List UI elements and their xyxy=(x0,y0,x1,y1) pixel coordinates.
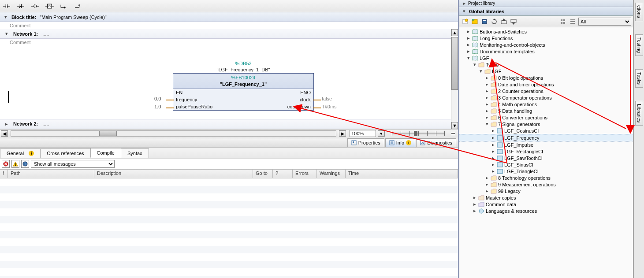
canvas-vertical-scrollbar[interactable]: ▲ ▼ xyxy=(451,29,458,129)
collapse-block-icon[interactable]: ▾ xyxy=(4,14,8,20)
box-icon[interactable]: ?? xyxy=(44,1,56,11)
tree-item[interactable]: ▸LGF_CosinusCI xyxy=(459,127,633,134)
tree-item[interactable]: ▸2 Counter operations xyxy=(459,88,633,94)
tree-item[interactable]: ▸Documentation templates xyxy=(459,48,633,55)
msg-warning-filter-icon[interactable] xyxy=(11,160,19,168)
val-clock[interactable]: false xyxy=(322,96,332,101)
tree-item[interactable]: ▸LGF_SawToothCI xyxy=(459,155,633,161)
col-goto[interactable]: Go to xyxy=(253,170,273,178)
col-status[interactable]: ! xyxy=(0,170,8,178)
tree-item[interactable]: ▸0 Bit logic operations xyxy=(459,74,633,81)
tree-item[interactable]: ▸3 Comperator operations xyxy=(459,94,633,101)
vtab-tasks[interactable]: Tasks xyxy=(635,69,643,88)
tree-item[interactable]: ▸9 Measurement operations xyxy=(459,181,633,188)
network1-comment[interactable]: Comment xyxy=(0,39,41,46)
contact-no-icon[interactable] xyxy=(2,1,14,11)
branch-close-icon[interactable] xyxy=(72,1,85,11)
tree-item[interactable]: ▸Date and timer operations xyxy=(459,81,633,88)
col-q[interactable]: ? xyxy=(273,170,293,178)
pin-frequency[interactable]: frequency xyxy=(176,97,197,102)
msg-info-filter-icon[interactable]: i xyxy=(21,160,29,168)
val-pulsepauseratio[interactable]: 1.0 xyxy=(154,104,161,109)
scroll-down-icon[interactable]: ▼ xyxy=(451,122,458,129)
col-path[interactable]: Path xyxy=(8,170,94,178)
tree-item[interactable]: ▸Master copies xyxy=(459,194,633,201)
col-warnings[interactable]: Warnings xyxy=(317,170,346,178)
function-block[interactable]: %FB10024 "LGF_Frequency_1" ENENO frequen… xyxy=(173,73,314,111)
msg-filter-select[interactable]: Show all messages xyxy=(31,160,115,168)
pin-countdown[interactable]: countdown xyxy=(287,104,311,109)
lib-view2-icon[interactable] xyxy=(569,18,577,26)
tree-item[interactable]: ▸Languages & resources xyxy=(459,208,633,214)
tab-diagnostics[interactable]: Diagnostics xyxy=(416,138,456,147)
zoom-knob[interactable] xyxy=(414,131,417,136)
tree-item-signal-gen[interactable]: ▾7 Signal generators xyxy=(459,121,633,127)
lib-new-icon[interactable] xyxy=(461,18,469,26)
tree-item-types[interactable]: ▾Types xyxy=(459,61,633,68)
message-list[interactable] xyxy=(0,178,458,278)
tree-item[interactable]: ▸LGF_Impulse xyxy=(459,141,633,148)
zoom-slider[interactable] xyxy=(392,133,445,134)
contact-nc-icon[interactable] xyxy=(16,1,28,11)
coil-icon[interactable] xyxy=(30,1,42,11)
tree-item[interactable]: ▸Long Functions xyxy=(459,35,633,41)
block-comment[interactable]: Comment xyxy=(0,22,458,29)
col-time[interactable]: Time xyxy=(346,170,458,178)
tab-info[interactable]: Info i xyxy=(385,138,415,147)
tree-item[interactable]: ▸LGF_TriangleCI xyxy=(459,168,633,174)
pin-eno[interactable]: ENO xyxy=(300,90,311,95)
ctab-syntax[interactable]: Syntax xyxy=(121,148,149,158)
canvas-menu-icon[interactable]: ☰ xyxy=(448,131,458,137)
tree-item[interactable]: ▸5 Data handling xyxy=(459,107,633,114)
msg-error-filter-icon[interactable] xyxy=(2,160,10,168)
vtab-libraries[interactable]: Libraries xyxy=(635,101,643,126)
ladder-canvas[interactable]: ▾ Network 1: ..... Comment %DB53 "LGF_Fr… xyxy=(0,29,451,129)
tree-item-lgf-inner[interactable]: ▾LGF xyxy=(459,68,633,74)
hscroll-left-icon[interactable]: ◀ xyxy=(1,130,8,137)
lib-up-icon[interactable] xyxy=(500,18,508,26)
ctab-compile[interactable]: Compile xyxy=(90,148,121,158)
tree-item[interactable]: ▸99 Legacy xyxy=(459,188,633,194)
tree-item[interactable]: ▸4 Math operations xyxy=(459,101,633,107)
tree-item-lgf[interactable]: ▾LGF xyxy=(459,55,633,61)
pin-pulsepauseratio[interactable]: pulsePauseRatio xyxy=(176,104,212,109)
ctab-cross[interactable]: Cross-references xyxy=(40,148,90,158)
hscroll-thumb[interactable] xyxy=(99,131,117,136)
tree-item[interactable]: ▸Buttons-and-Switches xyxy=(459,28,633,35)
lib-down-icon[interactable] xyxy=(510,18,517,26)
tree-item[interactable]: ▸6 Converter operations xyxy=(459,114,633,121)
diagnostics-icon xyxy=(420,140,425,145)
ctab-general[interactable]: General i xyxy=(0,148,41,158)
lib-save-icon[interactable] xyxy=(480,18,488,26)
vtab-ctions[interactable]: ctions xyxy=(635,3,643,21)
tree-item[interactable]: ▸Common data xyxy=(459,201,633,208)
hscrollbar[interactable] xyxy=(11,130,336,137)
tree-item[interactable]: ▸LGF_SinusCI xyxy=(459,161,633,168)
hscroll-right-icon[interactable]: ▶ xyxy=(339,130,346,137)
lib-open-icon[interactable] xyxy=(471,18,479,26)
tab-properties[interactable]: Properties xyxy=(347,138,384,147)
col-errors[interactable]: Errors xyxy=(293,170,317,178)
pin-clock[interactable]: clock xyxy=(300,97,311,102)
collapse-network2-icon[interactable]: ▸ xyxy=(4,121,9,127)
branch-open-icon[interactable] xyxy=(58,1,71,11)
scroll-thumb[interactable] xyxy=(451,37,458,90)
lib-refresh-icon[interactable] xyxy=(490,18,498,26)
col-description[interactable]: Description xyxy=(94,170,253,178)
lib-filter-select[interactable]: All xyxy=(578,18,631,26)
tree-item-lgf-frequency[interactable]: ▸LGF_Frequency xyxy=(459,134,633,141)
tree-item[interactable]: ▸Monitoring-and-control-objects xyxy=(459,41,633,48)
zoom-input[interactable] xyxy=(350,130,376,137)
global-libraries-header[interactable]: ▾Global libraries xyxy=(459,7,633,16)
project-library-header[interactable]: ▸Project library xyxy=(459,0,633,7)
val-frequency[interactable]: 0.0 xyxy=(154,96,161,101)
tree-item[interactable]: ▸LGF_RectangleCI xyxy=(459,148,633,155)
tree-item[interactable]: ▸8 Technology operations xyxy=(459,174,633,181)
val-countdown[interactable]: T#0ms xyxy=(322,104,337,109)
zoom-dropdown-icon[interactable]: ▾ xyxy=(378,130,385,137)
scroll-up-icon[interactable]: ▲ xyxy=(451,29,458,36)
collapse-network1-icon[interactable]: ▾ xyxy=(4,31,9,37)
pin-en[interactable]: EN xyxy=(176,90,182,95)
vtab-testing[interactable]: Testing xyxy=(635,34,643,56)
lib-view1-icon[interactable] xyxy=(559,18,567,26)
